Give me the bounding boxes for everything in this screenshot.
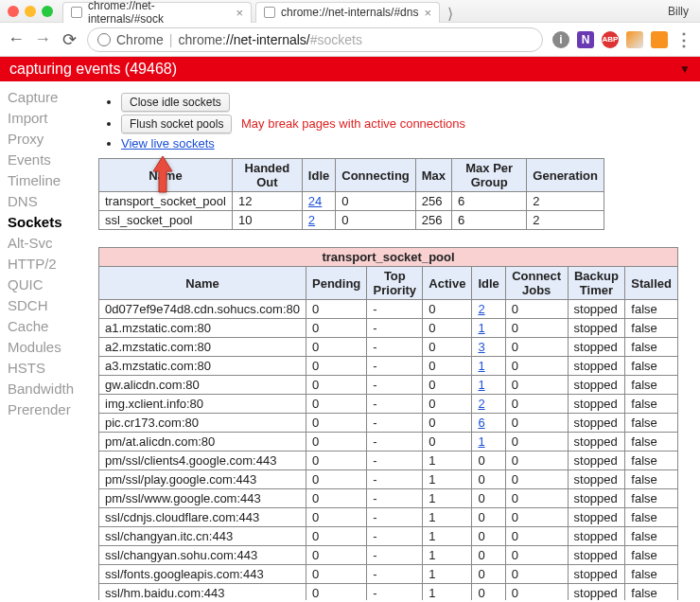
status-text: capturing events (49468) [9, 61, 177, 78]
summary-header: Max Per Group [452, 159, 527, 192]
flush-socket-pools-button[interactable]: Flush socket pools [121, 115, 232, 133]
close-tab-icon[interactable]: × [424, 6, 431, 20]
summary-header: Connecting [336, 159, 416, 192]
idle-count-link[interactable]: 3 [478, 340, 484, 354]
summary-header: Generation [527, 159, 604, 192]
sidebar-item-altsvc[interactable]: Alt-Svc [8, 233, 93, 254]
table-row: ssl/changyan.itc.cn:4430-100stoppedfalse [99, 527, 678, 546]
detail-table-title: transport_socket_pool [99, 248, 678, 267]
table-row: a1.mzstatic.com:800-010stoppedfalse [99, 319, 678, 338]
sidebar-item-timeline[interactable]: Timeline [8, 170, 93, 191]
view-live-sockets-link[interactable]: View live sockets [121, 136, 215, 150]
url-scheme: chrome: [178, 32, 226, 47]
sidebar-item-bandwidth[interactable]: Bandwidth [8, 379, 93, 399]
browser-toolbar: ← → ⟳ Chrome | chrome://net-internals/#s… [0, 23, 700, 57]
sidebar-item-cache[interactable]: Cache [8, 316, 93, 337]
window-controls [8, 6, 53, 17]
idle-count-link[interactable]: 2 [308, 213, 315, 227]
url-hash: #sockets [310, 32, 362, 47]
close-window-icon[interactable] [8, 6, 19, 17]
idle-count-link[interactable]: 1 [478, 321, 484, 335]
summary-header: Idle [302, 159, 335, 192]
forward-button[interactable]: → [34, 29, 51, 49]
tab-title: chrome://net-internals/#dns [281, 6, 418, 19]
idle-count-link[interactable]: 1 [478, 359, 484, 373]
summary-header: Handed Out [232, 159, 302, 192]
browser-tab-1[interactable]: chrome://net-internals/#dns × [255, 2, 440, 23]
close-tab-icon[interactable]: × [236, 6, 243, 20]
back-button[interactable]: ← [8, 29, 25, 49]
detail-header: Top Priority [367, 267, 423, 300]
detail-header: Idle [472, 267, 505, 300]
idle-count-link[interactable]: 2 [478, 302, 484, 316]
sidebar-item-prerender[interactable]: Prerender [8, 399, 93, 420]
table-row: transport_socket_pool1224025662 [99, 192, 604, 211]
minimize-window-icon[interactable] [25, 6, 36, 17]
idle-count-link[interactable]: 1 [478, 434, 484, 449]
tab-title: chrome://net-internals/#sock [88, 0, 230, 26]
window-titlebar: chrome://net-internals/#sock × chrome://… [0, 0, 700, 23]
sidebar-item-capture[interactable]: Capture [8, 87, 93, 108]
table-row: ssl/fonts.googleapis.com:4430-100stopped… [99, 565, 678, 584]
detail-header: Pending [306, 267, 367, 300]
table-row: ssl_socket_pool102025662 [99, 211, 604, 230]
table-row: a3.mzstatic.com:800-010stoppedfalse [99, 357, 678, 376]
table-row: img.xclient.info:800-020stoppedfalse [99, 395, 678, 414]
extension-icons: i N ABP ⋮ [552, 31, 692, 48]
netlog-status-bar[interactable]: capturing events (49468) ▼ [0, 57, 700, 81]
extension-abp-icon[interactable]: ABP [602, 31, 619, 48]
sidebar-item-sdch[interactable]: SDCH [8, 295, 93, 316]
flush-warning-text: May break pages with active connections [241, 116, 465, 131]
table-row: a2.mzstatic.com:800-030stoppedfalse [99, 338, 678, 357]
table-row: pic.cr173.com:800-060stoppedfalse [99, 414, 678, 433]
page-body: CaptureImportProxyEventsTimelineDNSSocke… [0, 81, 700, 600]
extension-onenote-icon[interactable]: N [577, 31, 594, 48]
table-row: ssl/cdnjs.cloudflare.com:4430-100stopped… [99, 508, 678, 527]
browser-tabstrip: chrome://net-internals/#sock × chrome://… [62, 0, 668, 23]
sidebar-item-quic[interactable]: QUIC [8, 274, 93, 295]
browser-tab-0[interactable]: chrome://net-internals/#sock × [62, 2, 252, 23]
table-row: 0d077ef9e74d8.cdn.sohucs.com:800-020stop… [99, 300, 678, 319]
socket-actions-list: Close idle sockets Flush socket pools Ma… [121, 93, 689, 150]
table-row: pm/ssl/play.google.com:4430-100stoppedfa… [99, 470, 678, 489]
sidebar-item-modules[interactable]: Modules [8, 337, 93, 358]
table-row: gw.alicdn.com:800-010stoppedfalse [99, 376, 678, 395]
sidebar-item-import[interactable]: Import [8, 108, 93, 129]
socket-pool-summary-table: NameHanded OutIdleConnectingMaxMax Per G… [98, 158, 604, 230]
table-row: ssl/hm.baidu.com:4430-100stoppedfalse [99, 584, 678, 601]
table-row: pm/ssl/clients4.google.com:4430-100stopp… [99, 452, 678, 470]
idle-count-link[interactable]: 6 [478, 416, 484, 430]
sidebar-item-hsts[interactable]: HSTS [8, 358, 93, 379]
detail-header: Connect Jobs [505, 267, 568, 300]
table-row: pm/ssl/www.google.com:4430-100stoppedfal… [99, 489, 678, 508]
table-row: pm/at.alicdn.com:800-010stoppedfalse [99, 433, 678, 452]
idle-count-link[interactable]: 24 [308, 194, 322, 208]
idle-count-link[interactable]: 1 [478, 378, 484, 392]
sidebar-item-proxy[interactable]: Proxy [8, 129, 93, 150]
new-tab-button[interactable]: ⟩ [444, 5, 457, 23]
url-path: //net-internals/ [226, 32, 310, 47]
close-idle-sockets-button[interactable]: Close idle sockets [121, 93, 230, 112]
address-bar[interactable]: Chrome | chrome://net-internals/#sockets [87, 27, 543, 52]
reload-button[interactable]: ⟳ [61, 29, 78, 50]
site-info-icon[interactable] [97, 33, 111, 46]
idle-count-link[interactable]: 2 [478, 397, 484, 411]
extension-analytics-icon[interactable] [626, 31, 643, 48]
url-origin-label: Chrome [116, 32, 164, 47]
chrome-menu-icon[interactable]: ⋮ [675, 31, 692, 48]
main-content: Close idle sockets Flush socket pools Ma… [93, 81, 700, 600]
transport-socket-pool-table: transport_socket_poolNamePendingTop Prio… [98, 247, 678, 600]
detail-header: Name [99, 267, 306, 300]
sidebar-item-http2[interactable]: HTTP/2 [8, 254, 93, 274]
sidebar-item-dns[interactable]: DNS [8, 191, 93, 212]
extension-orange-icon[interactable] [651, 31, 668, 48]
summary-header: Name [99, 159, 233, 192]
profile-name[interactable]: Billy [668, 5, 692, 18]
zoom-window-icon[interactable] [42, 6, 53, 17]
info-icon[interactable]: i [552, 31, 569, 48]
sidebar-item-events[interactable]: Events [8, 150, 93, 170]
sidebar-item-sockets[interactable]: Sockets [8, 212, 93, 233]
page-icon [71, 7, 82, 18]
dropdown-icon[interactable]: ▼ [679, 62, 691, 76]
table-row: ssl/changyan.sohu.com:4430-100stoppedfal… [99, 546, 678, 565]
